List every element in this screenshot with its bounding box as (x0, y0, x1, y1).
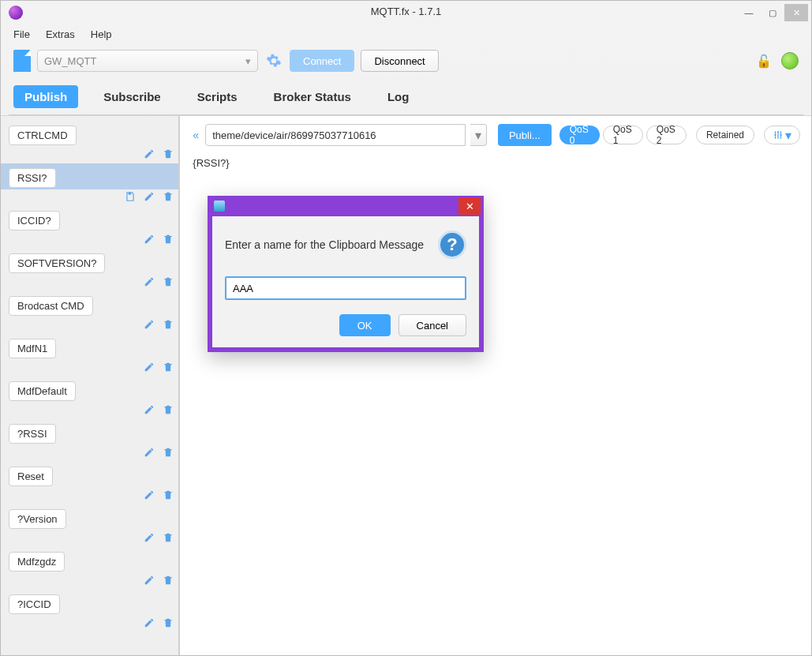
publish-button[interactable]: Publi... (498, 124, 552, 146)
topic-input[interactable] (205, 124, 466, 146)
edit-icon[interactable] (144, 319, 155, 332)
menubar: File Extras Help (1, 24, 811, 43)
qos-2-pill[interactable]: QoS 2 (646, 126, 687, 144)
dialog-name-input[interactable] (225, 276, 466, 300)
saved-message-item[interactable]: SOFTVERSION? (1, 249, 178, 275)
topic-dropdown-icon[interactable]: ▾ (470, 124, 487, 146)
edit-icon[interactable] (144, 447, 155, 460)
qos-0-pill[interactable]: QoS 0 (559, 126, 600, 144)
saved-message-item[interactable]: MdfN1 (1, 334, 178, 360)
delete-icon[interactable] (163, 148, 174, 162)
saved-message-actions (1, 573, 178, 590)
menu-help[interactable]: Help (91, 28, 112, 40)
saved-message-actions (1, 232, 178, 249)
payload-text[interactable]: {RSSI?} (191, 154, 800, 172)
profile-select[interactable]: GW_MQTT (37, 50, 258, 72)
edit-icon[interactable] (144, 404, 155, 418)
saved-message-label: ?Version (9, 509, 66, 529)
delete-icon[interactable] (163, 319, 174, 332)
profile-value: GW_MQTT (44, 55, 96, 67)
tab-subscribe[interactable]: Subscribe (92, 85, 172, 108)
saved-message-item[interactable]: Reset (1, 462, 178, 488)
saved-message-item[interactable]: Brodcast CMD (1, 291, 178, 317)
tab-broker-status[interactable]: Broker Status (263, 85, 362, 108)
publish-toolbar: « ▾ Publi... QoS 0 QoS 1 QoS 2 Retained … (191, 124, 800, 146)
saved-message-item[interactable]: MdfDefault (1, 377, 178, 403)
collapse-sidebar-icon[interactable]: « (191, 129, 200, 141)
connect-button[interactable]: Connect (290, 50, 354, 72)
tab-scripts[interactable]: Scripts (186, 85, 249, 108)
delete-icon[interactable] (163, 362, 174, 375)
saved-message-actions (1, 530, 178, 547)
lock-open-icon: 🔓 (756, 54, 772, 69)
connection-bar: GW_MQTT Connect Disconnect 🔓 (1, 43, 811, 78)
saved-message-label: Mdfzgdz (9, 552, 65, 572)
publish-settings-button[interactable]: ▾ (764, 126, 800, 144)
saved-message-item[interactable]: ?RSSI (1, 419, 178, 445)
disconnect-button[interactable]: Disconnect (361, 50, 438, 72)
window-title: MQTT.fx - 1.7.1 (1, 6, 811, 17)
retained-pill[interactable]: Retained (696, 126, 754, 144)
edit-icon[interactable] (144, 191, 155, 204)
tab-publish[interactable]: Publish (13, 85, 78, 108)
menu-extras[interactable]: Extras (46, 28, 75, 40)
saved-message-item[interactable]: ICCID? (1, 206, 178, 232)
delete-icon[interactable] (163, 532, 174, 545)
saved-message-label: ICCID? (9, 211, 60, 231)
delete-icon[interactable] (163, 276, 174, 290)
saved-message-actions (1, 189, 178, 206)
saved-message-item[interactable]: CTRLCMD (1, 121, 178, 147)
dialog-cancel-button[interactable]: Cancel (399, 314, 466, 336)
saved-message-label: SOFTVERSION? (9, 253, 105, 273)
saved-message-label: MdfN1 (9, 339, 56, 358)
saved-message-actions (1, 616, 178, 632)
delete-icon[interactable] (163, 191, 174, 204)
edit-icon[interactable] (144, 362, 155, 375)
saved-message-label: ?RSSI (9, 424, 56, 444)
help-icon: ? (438, 231, 466, 259)
delete-icon[interactable] (163, 404, 174, 418)
connection-status-indicator (781, 52, 799, 69)
saved-message-item[interactable]: ?Version (1, 504, 178, 530)
dialog-close-button[interactable]: ✕ (458, 197, 481, 215)
save-icon[interactable] (125, 191, 136, 204)
close-button[interactable]: ✕ (784, 4, 808, 21)
saved-message-item[interactable]: ?ICCID (1, 590, 178, 616)
saved-message-label: MdfDefault (9, 381, 76, 401)
dialog-message: Enter a name for the Clipboard Message (225, 238, 428, 251)
saved-message-label: RSSI? (9, 168, 56, 188)
saved-message-actions (1, 488, 178, 504)
saved-messages-sidebar: CTRLCMDRSSI?ICCID?SOFTVERSION?Brodcast C… (1, 116, 180, 655)
maximize-button[interactable]: ▢ (761, 4, 784, 21)
app-icon (9, 6, 23, 20)
tab-log[interactable]: Log (376, 85, 421, 108)
saved-message-actions (1, 360, 178, 377)
edit-icon[interactable] (144, 532, 155, 545)
delete-icon[interactable] (163, 617, 174, 631)
delete-icon[interactable] (163, 489, 174, 503)
dialog-ok-button[interactable]: OK (339, 314, 391, 336)
saved-message-actions (1, 147, 178, 163)
saved-message-label: ?ICCID (9, 594, 60, 614)
edit-icon[interactable] (144, 234, 155, 247)
profile-file-icon[interactable] (13, 50, 31, 72)
saved-message-actions (1, 317, 178, 334)
svg-point-3 (780, 134, 781, 136)
menu-file[interactable]: File (13, 28, 30, 40)
delete-icon[interactable] (163, 447, 174, 460)
minimize-button[interactable]: — (737, 4, 761, 21)
qos-1-pill[interactable]: QoS 1 (603, 126, 643, 144)
delete-icon[interactable] (163, 575, 174, 588)
settings-gear-icon[interactable] (264, 51, 283, 70)
edit-icon[interactable] (144, 276, 155, 290)
edit-icon[interactable] (144, 489, 155, 503)
app-window: MQTT.fx - 1.7.1 — ▢ ✕ File Extras Help G… (0, 0, 812, 656)
saved-message-label: CTRLCMD (9, 126, 77, 145)
edit-icon[interactable] (144, 148, 155, 162)
saved-message-item[interactable]: Mdfzgdz (1, 547, 178, 573)
edit-icon[interactable] (144, 617, 155, 631)
edit-icon[interactable] (144, 575, 155, 588)
saved-message-item[interactable]: RSSI? (1, 163, 178, 189)
delete-icon[interactable] (163, 234, 174, 247)
saved-message-actions (1, 445, 178, 462)
